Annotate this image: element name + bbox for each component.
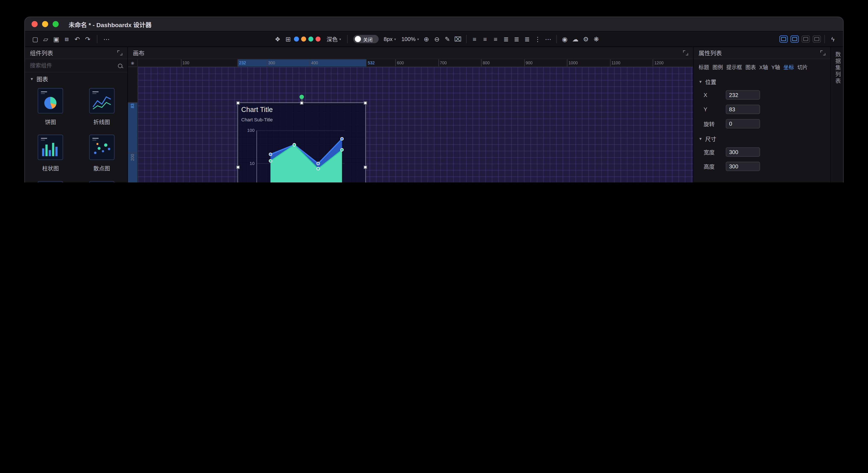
new-file-icon[interactable]: ▢	[31, 34, 40, 44]
chevron-down-icon: ▼	[30, 77, 34, 81]
edit-icon[interactable]: ✎	[443, 34, 452, 44]
chart-widget[interactable]: 110100ABCD Chart Title Chart Sub-Title s…	[237, 102, 366, 182]
save-icon[interactable]: ▣	[52, 34, 61, 44]
tab-标题[interactable]: 标题	[699, 63, 709, 71]
height-input[interactable]	[726, 161, 760, 171]
selection-handle[interactable]	[236, 101, 240, 105]
tab-坐标[interactable]: 坐标	[783, 63, 794, 71]
chart-group-label: 图表	[36, 75, 48, 83]
align-left-icon[interactable]: ≡	[470, 34, 479, 44]
ruler-tick	[128, 102, 137, 103]
tab-X轴[interactable]: X轴	[759, 63, 768, 71]
theme-select[interactable]: 深色▾	[327, 35, 341, 43]
component-search-row	[25, 59, 127, 72]
ruler-tick: 232	[237, 59, 246, 66]
undo-icon[interactable]: ↶	[73, 34, 82, 44]
component-heatmap[interactable]: 热力图	[76, 181, 127, 182]
expand-icon[interactable]	[820, 51, 825, 55]
distribute-v-icon[interactable]: ⋯	[544, 34, 553, 44]
tab-提示框[interactable]: 提示框	[726, 63, 742, 71]
toggle-property-panel[interactable]	[802, 35, 810, 43]
align-top-icon[interactable]: ≣	[501, 34, 511, 44]
align-center-h-icon[interactable]: ≡	[480, 34, 490, 44]
width-input[interactable]	[726, 147, 760, 156]
property-panel: 属性列表 标题图例提示框图表X轴Y轴坐标切片 ▼位置XY旋转▼尺寸宽度高度	[694, 47, 830, 182]
align-bottom-icon[interactable]: ≣	[522, 34, 532, 44]
save-as-icon[interactable]: ⧈	[62, 34, 71, 44]
rotation-input[interactable]	[726, 119, 760, 128]
zoom-out-icon[interactable]: ⊖	[432, 34, 442, 44]
tab-切片[interactable]: 切片	[797, 63, 808, 71]
toggle-data-panel[interactable]	[813, 35, 821, 43]
selection-handle[interactable]	[364, 165, 367, 169]
property-tabs: 标题图例提示框图表X轴Y轴坐标切片	[694, 59, 830, 73]
toggle-canvas-panel[interactable]	[790, 35, 799, 43]
expand-icon[interactable]	[683, 51, 688, 55]
grid-toggle[interactable]: 关闭	[353, 35, 379, 43]
component-search-input[interactable]	[30, 63, 115, 69]
component-pie[interactable]: 饼图	[25, 88, 76, 126]
more-icon[interactable]: ⋯	[102, 34, 111, 44]
redo-icon[interactable]: ↷	[83, 34, 92, 44]
component-effect-scatter[interactable]: 特效散点图	[25, 181, 76, 182]
y-input[interactable]	[726, 105, 760, 114]
component-panel-header: 组件列表	[25, 47, 127, 59]
theme-select-label: 深色	[327, 35, 338, 43]
tab-图例[interactable]: 图例	[713, 63, 723, 71]
rotate-handle[interactable]	[300, 95, 304, 99]
align-right-icon[interactable]: ≡	[491, 34, 500, 44]
align-middle-icon[interactable]: ≣	[512, 34, 521, 44]
dataset-list-strip[interactable]: 数据集列表	[831, 47, 844, 182]
theme-color-3[interactable]	[308, 36, 313, 41]
selection-handle[interactable]	[364, 101, 367, 105]
power-icon[interactable]: ϟ	[828, 34, 837, 44]
minimize-button[interactable]	[42, 21, 48, 27]
toggle-component-panel[interactable]	[779, 35, 788, 43]
tab-图表[interactable]: 图表	[745, 63, 756, 71]
table-icon[interactable]: ⊞	[283, 34, 293, 44]
section-header[interactable]: ▼尺寸	[694, 132, 830, 144]
ruler-tick-label: 200	[130, 154, 135, 161]
cloud-icon[interactable]: ☁	[570, 34, 580, 44]
search-icon[interactable]	[118, 63, 122, 68]
open-folder-icon[interactable]: ▱	[41, 34, 51, 44]
close-button[interactable]	[32, 21, 38, 27]
canvas-zoom-select[interactable]: 100%▾	[401, 36, 419, 42]
design-canvas[interactable]: 110100ABCD Chart Title Chart Sub-Title s…	[138, 67, 693, 182]
ruler-highlight	[237, 59, 366, 66]
component-scatter[interactable]: 散点图	[76, 135, 127, 172]
component-bar[interactable]: 柱状图	[25, 135, 76, 172]
chart-group-header[interactable]: ▼ 图表	[25, 72, 127, 85]
chevron-down-icon: ▾	[339, 37, 341, 41]
delete-icon[interactable]: ⌧	[453, 34, 463, 44]
chevron-down-icon: ▾	[394, 37, 396, 41]
stroke-width-select[interactable]: 8px▾	[383, 36, 396, 42]
ruler-tick: 400	[309, 59, 318, 66]
zoom-tools-group: ⊕⊖✎⌧	[422, 34, 463, 44]
theme-color-4[interactable]	[315, 36, 320, 41]
ruler-tick: 900	[524, 59, 532, 66]
center-column: 画布 ◉ 10023230040053260070080090010001100…	[128, 47, 694, 182]
canvas-panel: 画布 ◉ 10023230040053260070080090010001100…	[128, 47, 693, 182]
distribute-h-icon[interactable]: ⋮	[533, 34, 542, 44]
theme-color-2[interactable]	[301, 36, 306, 41]
x-input[interactable]	[726, 90, 760, 99]
theme-color-1[interactable]	[294, 36, 299, 41]
eye-icon[interactable]: ◉	[131, 61, 134, 65]
zoom-in-icon[interactable]: ⊕	[422, 34, 431, 44]
tab-Y轴[interactable]: Y轴	[771, 63, 780, 71]
selection-handle[interactable]	[236, 165, 240, 169]
app-window: 未命名 * - Dashboardx 设计器 ▢▱▣⧈↶↷⋯ ❖⊞ 深色▾ 关闭…	[24, 17, 844, 182]
component-label: 散点图	[93, 164, 110, 172]
section-header[interactable]: ▼位置	[694, 75, 830, 87]
component-line[interactable]: 折线图	[76, 88, 127, 126]
eye-icon[interactable]: ◉	[560, 34, 569, 44]
expand-icon[interactable]	[117, 51, 122, 55]
selection-handle[interactable]	[300, 101, 304, 105]
settings-icon[interactable]: ⚙	[581, 34, 591, 44]
effects-icon[interactable]: ❋	[592, 34, 601, 44]
palette-icon[interactable]: ❖	[273, 34, 282, 44]
zoom-button[interactable]	[53, 21, 59, 27]
field-label: 高度	[704, 162, 719, 170]
pie-chart-icon	[38, 88, 63, 113]
